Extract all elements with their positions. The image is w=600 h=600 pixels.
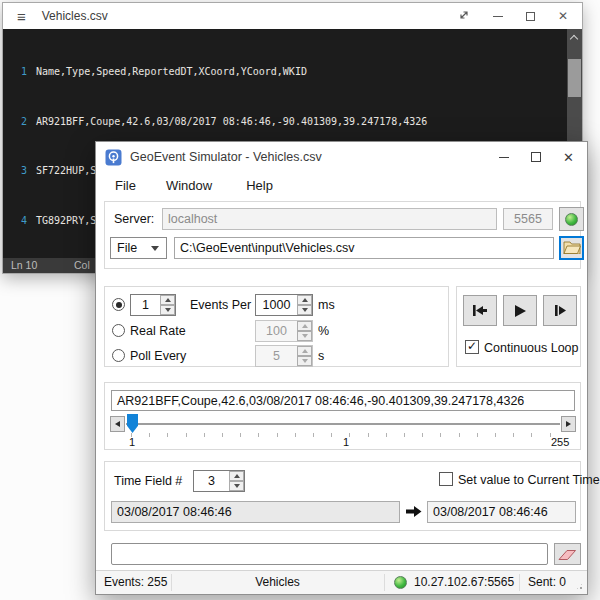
clear-button[interactable] [554,543,581,565]
geoevent-simulator-window: GeoEvent Simulator - Vehicles.csv ✕ File… [95,141,588,595]
events-count: Events: 255 [104,575,167,589]
current-event-field[interactable]: AR921BFF,Coupe,42.6,03/08/2017 08:46:46,… [111,390,575,411]
chevron-down-icon [151,246,159,251]
maximize-icon[interactable] [526,12,535,21]
server-host-input[interactable]: localhost [162,208,497,230]
spin-up-button[interactable] [297,295,312,305]
real-rate-label: Real Rate [130,324,186,338]
connection-led-icon [394,576,407,589]
slider-max-label: 255 [551,436,569,448]
rate-group: 1 Events Per 1000 ms Real Rate 100 % Pol… [104,286,449,367]
slider-left-button[interactable] [110,416,125,432]
geoevent-app-icon [105,149,122,166]
connect-led-icon [565,213,578,226]
spin-down-button[interactable] [229,481,244,491]
play-button[interactable] [503,295,537,326]
progress-bar [111,543,548,565]
time-field-label: Time Field # [114,474,182,488]
set-current-time-label: Set value to Current Time [458,473,600,487]
spin-up-button[interactable] [229,471,244,481]
continuous-loop-checkbox[interactable]: ✓ [465,340,479,354]
hamburger-menu-icon[interactable]: ≡ [17,9,26,24]
connection-group: Server: localhost 5565 File C:\GeoEvent\… [104,201,581,269]
time-field-spinner[interactable]: 3 [193,470,245,492]
poll-spinner: 5 [255,345,313,367]
real-rate-radio[interactable] [112,324,125,337]
step-back-button[interactable] [463,295,497,326]
minimize-icon[interactable] [499,157,509,158]
endpoint-address: 10.27.102.67:5565 [414,575,514,589]
code-line: 1Name,Type,Speed,ReportedDT,XCoord,YCoor… [3,64,567,81]
events-per-radio[interactable] [112,298,125,311]
connect-button[interactable] [559,207,584,231]
real-rate-spinner: 100 [255,320,313,342]
left-arrow-icon [115,421,120,427]
close-icon[interactable]: ✕ [563,151,574,164]
poll-every-label: Poll Every [130,349,186,363]
right-arrow-icon [566,421,571,427]
slider-min-label: 1 [129,436,135,448]
editor-titlebar[interactable]: ≡ Vehicles.csv ✕ [3,3,582,29]
minimize-icon[interactable] [493,16,503,17]
playback-group: ✓ Continuous Loop [456,286,581,367]
slider-track[interactable] [126,423,560,425]
step-forward-button[interactable] [543,295,577,326]
close-icon[interactable]: ✕ [558,10,568,22]
events-count-spinner[interactable]: 1 [130,294,176,316]
slider-mid-label: 1 [343,436,349,448]
ms-unit-label: ms [318,298,335,312]
menubar: File Window Help [96,172,587,198]
arrow-right-icon [406,505,422,521]
server-label: Server: [114,212,154,226]
code-line: 2AR921BFF,Coupe,42.6,03/08/2017 08:46:46… [3,114,567,131]
time-group: Time Field # 3 Set value to Current Time… [104,461,581,531]
resize-grip[interactable] [575,582,584,591]
poll-every-radio[interactable] [112,349,125,362]
simulator-statusbar: Events: 255 Vehicles 10.27.102.67:5565 S… [96,570,587,594]
open-folder-icon [563,240,581,257]
time-to-field[interactable]: 03/08/2017 08:46:46 [427,501,576,523]
time-from-field[interactable]: 03/08/2017 08:46:46 [111,501,400,523]
eraser-icon [557,547,578,561]
sent-count: Sent: 0 [528,575,566,589]
file-path-input[interactable]: C:\GeoEvent\input\Vehicles.csv [174,237,554,259]
event-slider-group: AR921BFF,Coupe,42.6,03/08/2017 08:46:46,… [104,382,581,450]
step-forward-icon [553,304,568,317]
spin-down-button[interactable] [160,305,175,315]
simulator-titlebar[interactable]: GeoEvent Simulator - Vehicles.csv ✕ [96,142,587,172]
spin-down-button[interactable] [297,305,312,315]
percent-unit-label: % [318,324,329,338]
slider-right-button[interactable] [561,416,576,432]
window-title: GeoEvent Simulator - Vehicles.csv [130,150,322,164]
maximize-icon[interactable] [531,152,541,162]
fullscreen-icon[interactable] [458,7,470,25]
menu-help[interactable]: Help [237,174,282,197]
menu-file[interactable]: File [106,174,145,197]
feed-name: Vehicles [171,575,384,589]
set-current-time-checkbox[interactable] [439,472,453,486]
continuous-loop-label: Continuous Loop [484,341,579,355]
browse-file-button[interactable] [559,236,584,260]
line-indicator: Ln 10 [11,259,37,271]
spin-up-button[interactable] [160,295,175,305]
check-icon: ✓ [467,340,477,352]
events-per-label: Events Per [190,298,251,312]
editor-title: Vehicles.csv [42,9,108,23]
interval-spinner[interactable]: 1000 [255,294,313,316]
play-icon [513,304,527,318]
slider-thumb[interactable] [127,414,138,433]
seconds-unit-label: s [318,349,324,363]
source-type-value: File [111,241,151,255]
menu-window[interactable]: Window [157,174,221,197]
server-port-input[interactable]: 5565 [503,208,553,230]
column-indicator: Col [74,259,90,271]
scroll-up-icon[interactable] [570,35,578,43]
scrollbar-thumb[interactable] [568,59,581,97]
source-type-dropdown[interactable]: File [110,237,167,259]
skip-to-start-icon [472,304,488,317]
